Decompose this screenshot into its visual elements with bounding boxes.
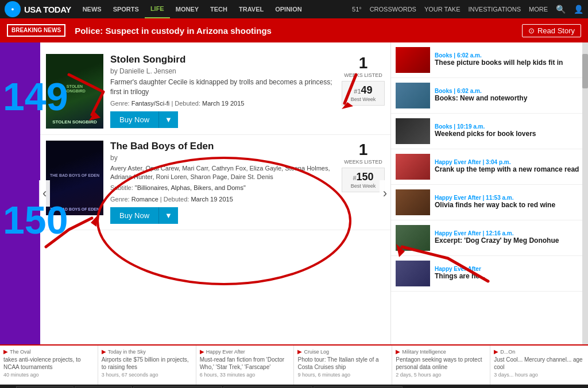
read-story-button[interactable]: ⊙ Read Story (522, 24, 581, 37)
tab-time-6: 3 days... hours ago (494, 372, 585, 378)
bottom-tab-2[interactable]: ▶ Today in the Sky Airports cite $75 bil… (98, 346, 196, 385)
bottom-tab-3[interactable]: ▶ Happy Ever After Must-read fan fiction… (196, 346, 295, 385)
nav-item-news[interactable]: NEWS (77, 0, 107, 18)
tab-desc-5: Pentagon seeking ways to protect persona… (396, 356, 486, 371)
book-author-1: by Danielle L. Jensen (110, 67, 335, 75)
tab-desc-2: Airports cite $75 billion in projects, t… (102, 356, 192, 371)
rank-badge-2: #150 Best Week (342, 168, 385, 192)
nav-item-sports[interactable]: SPORTS (107, 0, 145, 18)
buy-button-1[interactable]: Buy Now (110, 111, 158, 128)
scrollbar-thumb[interactable] (582, 54, 588, 88)
search-icon[interactable]: 🔍 (556, 5, 566, 14)
sidebar-item-3[interactable]: Books | 10:19 a.m. Weekend picks for boo… (391, 114, 588, 149)
nav-investigations[interactable]: INVESTIGATIONS (469, 6, 521, 13)
weeks-label-1: Weeks Listed (342, 72, 385, 78)
nav-more[interactable]: MORE (529, 6, 548, 13)
sidebar-text-4: Happy Ever After | 3:04 p.m. Crank up th… (435, 159, 583, 174)
user-icon[interactable]: 👤 (574, 5, 583, 14)
buy-dropdown-2[interactable]: ▼ (158, 207, 178, 224)
book-authors-2: Avery Aster, Opal Carew, Mari Carr, Cath… (110, 164, 335, 182)
book-info-1: Stolen Songbird by Danielle L. Jensen Fa… (110, 54, 335, 128)
sidebar-item-1[interactable]: Books | 6:02 a.m. These picture books wi… (391, 42, 588, 78)
sidebar-headline-5: Olivia finds her way back to red wine (435, 201, 583, 210)
sidebar-category-5: Happy Ever After | 11:53 a.m. (435, 195, 583, 201)
nav-right: 51° CROSSWORDS YOUR TAKE INVESTIGATIONS … (352, 5, 583, 14)
sidebar-item-4[interactable]: Happy Ever After | 3:04 p.m. Crank up th… (391, 149, 588, 185)
large-rank-150: 150 (3, 197, 68, 242)
bottom-tab-4[interactable]: ▶ Cruise Log Photo tour: The Italian sty… (294, 346, 392, 385)
nav-item-money[interactable]: MONEY (170, 0, 204, 18)
sidebar-text-1: Books | 6:02 a.m. These picture books wi… (435, 52, 583, 68)
sidebar-category-7: Happy Ever After (435, 266, 583, 272)
logo[interactable]: ● USA TODAY (5, 1, 71, 17)
sidebar-text-2: Books | 6:02 a.m. Books: New and notewor… (435, 88, 583, 103)
sidebar-category-3: Books | 10:19 a.m. (435, 123, 583, 130)
large-rank-149: 149 (3, 74, 68, 119)
book-by-2: by (110, 154, 335, 162)
weeks-count-1: 1 (342, 54, 385, 72)
buy-btn-group-1: Buy Now ▼ (110, 111, 335, 128)
sidebar-category-1: Books | 6:02 a.m. (435, 52, 583, 59)
books-panel: 149 150 ‹ › STOLENSONGBIRD Stolen Songbi… (0, 42, 390, 344)
weeks-label-2: Weeks Listed (342, 159, 385, 165)
nav-your-take[interactable]: YOUR TAKE (424, 6, 461, 13)
tab-desc-3: Must-read fan fiction from 'Doctor Who,'… (200, 356, 291, 371)
buy-btn-group-2: Buy Now ▼ (110, 207, 335, 224)
nav-item-opinion[interactable]: OPINION (269, 0, 307, 18)
sidebar-item-2[interactable]: Books | 6:02 a.m. Books: New and notewor… (391, 78, 588, 114)
next-arrow[interactable]: › (380, 180, 390, 207)
scrollbar[interactable] (582, 42, 588, 344)
nav-crosswords[interactable]: CROSSWORDS (370, 6, 416, 13)
weeks-info-1: 1 Weeks Listed #149 Best Week (342, 54, 385, 106)
book-desc-1: Farmer's daughter Cecile is kidnapped by… (110, 77, 335, 97)
bottom-tab-6[interactable]: ▶ D...On Just Cool... Mercury channel...… (490, 346, 588, 385)
weather-temp[interactable]: 51° (352, 6, 362, 13)
sidebar-category-2: Books | 6:02 a.m. (435, 88, 583, 94)
sidebar-headline-7: Things are he... (435, 272, 583, 281)
sidebar-thumb-6 (396, 225, 430, 251)
breaking-news-headline[interactable]: Police: Suspect in custody in Arizona sh… (75, 26, 513, 36)
sidebar-thumb-2 (396, 83, 430, 108)
sidebar-thumb-4 (396, 154, 430, 180)
sidebar-text-5: Happy Ever After | 11:53 a.m. Olivia fin… (435, 195, 583, 210)
weeks-count-2: 1 (342, 141, 385, 159)
top-navigation: ● USA TODAY NEWS SPORTS LIFE MONEY TECH … (0, 0, 588, 18)
sidebar-item-5[interactable]: Happy Ever After | 11:53 a.m. Olivia fin… (391, 185, 588, 220)
sidebar-category-4: Happy Ever After | 3:04 p.m. (435, 159, 583, 165)
bottom-tab-5[interactable]: ▶ Military Intelligence Pentagon seeking… (392, 346, 490, 385)
tab-time-2: 3 hours, 67 seconds ago (102, 372, 192, 378)
nav-item-life[interactable]: LIFE (145, 0, 170, 18)
buy-button-2[interactable]: Buy Now (110, 207, 158, 224)
sidebar-headline-6: Excerpt: 'Dog Crazy' by Meg Donohue (435, 236, 583, 246)
breaking-badge: BREAKING NEWS (7, 24, 65, 37)
tab-time-5: 2 days, 5 hours ago (396, 372, 486, 378)
breaking-news-bar: BREAKING NEWS Police: Suspect in custody… (0, 18, 588, 42)
prev-arrow[interactable]: ‹ (39, 180, 50, 207)
buy-dropdown-1[interactable]: ▼ (158, 111, 178, 128)
nav-item-travel[interactable]: TRAVEL (233, 0, 269, 18)
tab-icon-2: ▶ Today in the Sky (102, 348, 192, 355)
bottom-tabs: ▶ The Oval takes anti-violence projects,… (0, 344, 588, 385)
sidebar-item-7[interactable]: Happy Ever After Things are he... (391, 256, 588, 292)
sidebar-thumb-1 (396, 47, 430, 73)
book-entry-1: STOLENSONGBIRD Stolen Songbird by Daniel… (40, 48, 390, 135)
tab-desc-4: Photo tour: The Italian style of a Costa… (297, 356, 388, 371)
bottom-tab-1[interactable]: ▶ The Oval takes anti-violence projects,… (0, 346, 98, 385)
sidebar-item-6[interactable]: Happy Ever After | 12:16 a.m. Excerpt: '… (391, 220, 588, 256)
tab-icon-4: ▶ Cruise Log (297, 348, 388, 355)
sidebar-text-3: Books | 10:19 a.m. Weekend picks for boo… (435, 123, 583, 139)
sidebar-thumb-3 (396, 118, 430, 144)
right-sidebar: Books | 6:02 a.m. These picture books wi… (390, 42, 588, 344)
logo-text: USA TODAY (24, 5, 71, 14)
book-entry-2: THE BAD BOYS OF EDEN The Bad Boys of Ede… (40, 135, 390, 230)
taskbar: ⊞ ✉ (1).eml ✕ ✉ noname.eml ✕ 📊 Sales & R… (0, 385, 588, 388)
tab-icon-5: ▶ Military Intelligence (396, 348, 486, 355)
tab-time-3: 6 hours, 33 minutes ago (200, 372, 291, 378)
book-title-2: The Bad Boys of Eden (110, 141, 335, 152)
weeks-info-2: 1 Weeks Listed #150 Best Week (342, 141, 385, 192)
sidebar-thumb-5 (396, 189, 430, 215)
tab-icon-6: ▶ D...On (494, 348, 585, 355)
sidebar-headline-2: Books: New and noteworthy (435, 94, 583, 103)
sidebar-text-6: Happy Ever After | 12:16 a.m. Excerpt: '… (435, 230, 583, 246)
nav-item-tech[interactable]: TECH (204, 0, 233, 18)
